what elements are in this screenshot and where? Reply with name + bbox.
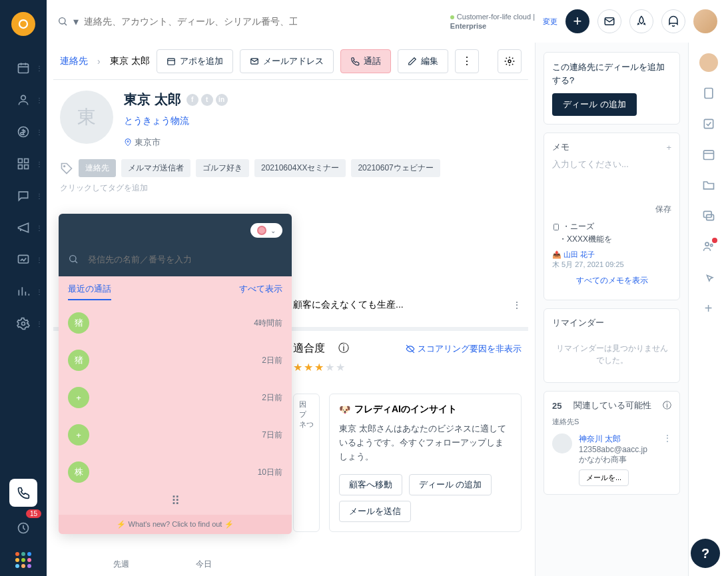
svg-rect-5 [25,159,29,163]
call-item[interactable]: +7日前 [68,416,282,453]
toolbar-settings-button[interactable] [498,49,522,73]
topbar: ▾ Customer-for-life cloud | Enterprise 変… [47,0,728,43]
memo-input[interactable]: 入力してください... [552,158,671,198]
call-item[interactable]: 猪2日前 [68,342,282,379]
related-company: かながわ商事 [579,454,647,465]
info-icon[interactable]: ⓘ [338,342,349,356]
facebook-icon[interactable]: f [186,94,198,106]
show-all-link[interactable]: すべて表示 [239,283,282,300]
linkedin-icon[interactable]: in [216,94,228,106]
related-title: 関連している可能性 [573,400,651,412]
rail-task-icon[interactable] [702,117,715,133]
breadcrumb-contacts[interactable]: 連絡先 [60,55,88,67]
notifications-button[interactable] [661,9,685,33]
call-item[interactable]: 株10日前 [68,453,282,487]
app-switcher[interactable] [15,552,31,568]
add-appointment-button[interactable]: アポを追加 [157,49,233,73]
related-email: 12358abc@aacc.jp [579,445,647,454]
recent-calls-tab[interactable]: 最近の通話 [68,283,111,300]
add-deal-button[interactable]: ディール の追加 [552,93,637,116]
dialer-status-toggle[interactable]: ⌄ [250,223,282,238]
call-item[interactable]: +2日前 [68,379,282,416]
nav-products[interactable]: ⋮ [0,148,47,180]
phone-dialer-toggle[interactable] [9,479,37,507]
tag-item[interactable]: 連絡先 [79,159,116,177]
related-menu[interactable]: ⋮ [663,433,671,443]
send-mail-button[interactable]: メールを送信 [339,501,411,522]
mail-related-button[interactable]: メールを... [579,469,629,486]
rail-avatar[interactable] [699,53,718,72]
rail-chat-icon[interactable] [702,209,715,225]
help-fab[interactable]: ? [691,539,720,568]
rail-file-icon[interactable] [702,87,715,103]
nav-settings[interactable]: ⋮ [0,308,47,340]
edit-button[interactable]: 編集 [398,49,448,73]
rail-click-icon[interactable] [702,270,715,286]
company-link[interactable]: とうきょう物流 [124,115,228,127]
related-count: 25 [552,401,561,411]
svg-rect-22 [703,150,713,159]
user-avatar[interactable] [693,9,717,33]
whats-new-link[interactable]: ⚡ What's new? Click to find out ⚡ [59,515,292,534]
tag-icon [60,162,73,175]
related-name[interactable]: 神奈川 太郎 [579,433,647,445]
dialer-search-input[interactable] [88,254,282,264]
svg-point-18 [70,256,76,262]
rocket-button[interactable] [629,9,653,33]
call-item[interactable]: 猪4時間前 [68,304,282,342]
related-contact[interactable]: 神奈川 太郎 12358abc@aacc.jp かながわ商事 メールを... ⋮ [552,433,671,486]
rail-people-icon[interactable] [702,240,715,256]
hide-scoring-link[interactable]: スコアリング要因を非表示 [406,343,522,355]
show-all-memos-link[interactable]: すべてのメモを表示 [552,270,671,292]
nav-reports[interactable]: ⋮ [0,244,47,276]
tag-item[interactable]: 20210604XXセミナー [254,159,346,177]
search-dropdown-icon[interactable]: ▾ [73,15,79,28]
svg-rect-4 [19,159,23,163]
svg-point-2 [21,95,26,100]
tag-item[interactable]: メルマガ送信者 [121,159,190,177]
reminder-title: リマインダー [552,317,604,329]
rail-calendar-icon[interactable] [702,148,715,164]
rail-folder-icon[interactable] [702,178,715,194]
nav-campaigns[interactable]: ⋮ [0,212,47,244]
info-icon[interactable]: ⓘ [663,400,671,412]
insight-title: 🐶 フレディAIのインサイト [339,404,512,416]
svg-point-0 [19,20,27,28]
svg-rect-6 [19,165,23,169]
nav-calendar[interactable]: ⋮ [0,52,47,84]
add-new-button[interactable]: + [565,9,589,33]
tag-item[interactable]: ゴルフ好き [196,159,249,177]
call-list[interactable]: 猪4時間前 猪2日前 +2日前 +7日前 株10日前 [59,300,292,487]
nav-analytics[interactable]: ⋮ [0,276,47,308]
memo-save-button[interactable]: 保存 [552,204,671,215]
tag-item[interactable]: 20210607ウェビナー [351,159,440,177]
svg-point-17 [64,165,65,166]
rail-add-icon[interactable]: + [705,301,713,316]
dialer-popup: ⌄ 最近の通話 すべて表示 猪4時間前 猪2日前 +2日前 +7日前 株10日前… [59,214,292,534]
add-tag-input[interactable]: クリックしてタグを追加 [60,182,522,194]
twitter-icon[interactable]: t [201,94,213,106]
svg-point-16 [127,141,129,143]
nav-deals[interactable]: ⋮ [0,116,47,148]
email-button[interactable]: メールアドレス [240,49,334,73]
row-menu-button[interactable]: ⋮ [512,300,522,310]
note-item: ・ニーズ ・XXXX機能を [552,220,671,246]
nav-contacts[interactable]: ⋮ [0,84,47,116]
nav-conversations[interactable]: ⋮ [0,180,47,212]
mail-button[interactable] [597,9,621,33]
insight-body: 東京 太郎さんはあなたのビジネスに適しているようです。今すぐフォローアップしまし… [339,422,512,463]
keypad-icon[interactable]: ⠿ [59,487,292,515]
svg-rect-13 [167,58,175,64]
contact-location: 東京市 [124,137,228,148]
search-icon[interactable] [57,16,68,27]
move-to-customer-button[interactable]: 顧客へ移動 [339,474,402,495]
app-logo[interactable] [11,12,35,36]
global-search-input[interactable] [84,16,297,27]
call-button[interactable]: 通話 [340,49,391,73]
add-memo-icon[interactable]: + [666,143,671,152]
more-actions-button[interactable]: ⋮ [455,49,479,73]
change-plan-link[interactable]: 変更 [543,17,557,27]
related-avatar [552,433,572,453]
add-deal-button[interactable]: ディール の追加 [409,474,492,495]
nav-activity[interactable]: 15 [0,512,47,544]
